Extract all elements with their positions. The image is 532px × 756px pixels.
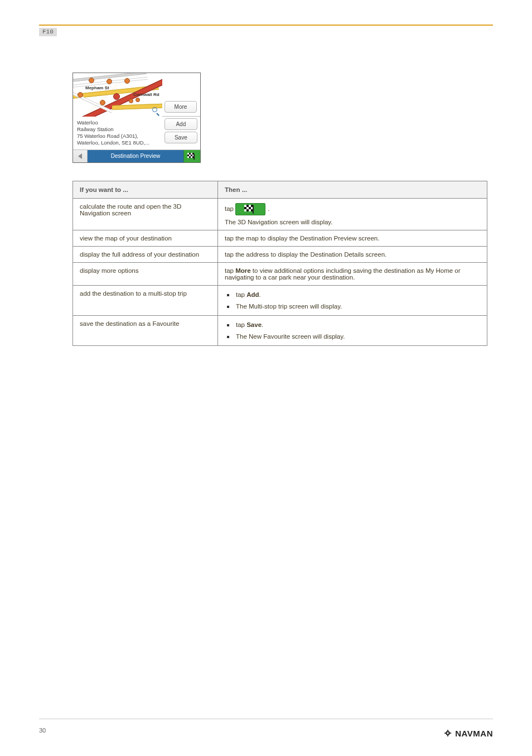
table-row: add the destination to a multi-stop trip…	[73, 285, 487, 315]
options-table: If you want to ... Then ... calculate th…	[72, 181, 487, 346]
svg-rect-22	[244, 207, 246, 209]
row0-then: tap	[218, 198, 487, 230]
svg-rect-23	[249, 207, 251, 209]
list-item: The New Favourite screen will display.	[233, 332, 481, 341]
header-if: If you want to ...	[73, 181, 218, 198]
footer-rule	[39, 719, 493, 719]
table-row: calculate the route and open the 3D Navi…	[73, 198, 487, 230]
svg-rect-20	[246, 205, 249, 207]
header-then: Then ...	[218, 181, 487, 198]
svg-rect-14	[244, 205, 246, 207]
brand: NAVMAN	[443, 728, 493, 738]
list-item: tap Add.	[233, 290, 481, 302]
row4-then: tap Add. The Multi-stop trip screen will…	[218, 285, 487, 315]
back-button[interactable]	[73, 150, 88, 162]
map-street-top: Mepham St	[85, 85, 109, 90]
screenshot-footer: Destination Preview	[73, 150, 200, 162]
go-flag-icon	[187, 153, 197, 160]
svg-rect-15	[249, 205, 251, 207]
svg-rect-11	[189, 156, 191, 158]
info-line-1: Waterloo	[77, 119, 158, 126]
map-panel: Mepham St Cornwall Rd More	[73, 73, 200, 117]
row0-then-prefix: tap	[225, 205, 234, 212]
svg-rect-7	[189, 153, 191, 155]
row1-then: tap the map to display the Destination P…	[218, 230, 487, 246]
table-row: display more options tap More to view ad…	[73, 262, 487, 285]
table-row: view the map of your destination tap the…	[73, 230, 487, 246]
row3-then-strong: More	[235, 267, 250, 274]
top-rule	[39, 25, 493, 26]
more-button[interactable]: More	[165, 101, 197, 113]
list-item: The Multi-stop trip screen will display.	[233, 302, 481, 311]
screenshot-body: Waterloo Railway Station 75 Waterloo Roa…	[73, 117, 200, 150]
go-button[interactable]	[183, 150, 200, 162]
info-line-2: Railway Station	[77, 126, 158, 133]
map-street-right: Cornwall Rd	[133, 92, 159, 97]
row5-then: tap Save. The New Favourite screen will …	[218, 315, 487, 345]
svg-rect-10	[191, 155, 192, 156]
destination-preview-screenshot: Mepham St Cornwall Rd More Waterloo Rail…	[72, 73, 201, 163]
list-item: tap Save.	[233, 320, 481, 332]
content-area: Mepham St Cornwall Rd More Waterloo Rail…	[72, 73, 487, 346]
row3-if: display more options	[73, 262, 218, 285]
table-row: save the destination as a Favourite tap …	[73, 315, 487, 345]
row1-if: view the map of your destination	[73, 230, 218, 246]
row3-then: tap More to view additional options incl…	[218, 262, 487, 285]
svg-rect-3	[189, 155, 191, 156]
brand-logo-icon	[443, 728, 453, 738]
brand-name: NAVMAN	[455, 729, 493, 738]
row4-if: add the destination to a multi-stop trip	[73, 285, 218, 315]
row5-item0-prefix: tap	[236, 321, 246, 328]
svg-rect-18	[244, 209, 246, 211]
footer-title: Destination Preview	[88, 150, 183, 162]
row4-item0-prefix: tap	[236, 291, 246, 298]
svg-rect-1	[187, 153, 189, 155]
destination-info: Waterloo Railway Station 75 Waterloo Roa…	[73, 117, 162, 150]
row5-if: save the destination as a Favourite	[73, 315, 218, 345]
row5-item0-suffix: .	[262, 321, 263, 328]
map-sidebar: More	[161, 73, 200, 117]
info-line-3: 75 Waterloo Road (A301),	[77, 133, 158, 139]
row2-then: tap the address to display the Destinati…	[218, 246, 487, 262]
save-button[interactable]: Save	[165, 132, 197, 143]
svg-rect-16	[246, 207, 249, 209]
svg-rect-5	[187, 156, 189, 158]
svg-rect-6	[191, 156, 192, 158]
svg-rect-13	[194, 154, 195, 160]
table-header-row: If you want to ... Then ...	[73, 181, 487, 198]
row4-item0-suffix: .	[259, 291, 261, 298]
info-line-4: Waterloo, London, SE1 8UD,...	[77, 139, 158, 146]
row4-item0-strong: Add	[246, 291, 259, 298]
page-label: F10	[39, 28, 57, 36]
svg-rect-9	[187, 155, 189, 156]
svg-point-28	[447, 732, 449, 734]
screenshot-side-buttons: Add Save	[162, 117, 200, 150]
magnify-icon	[152, 107, 160, 115]
svg-rect-2	[191, 153, 192, 155]
go-flag-button[interactable]	[235, 203, 265, 215]
add-button[interactable]: Add	[165, 118, 197, 130]
row0-then-suffix: .	[268, 205, 269, 212]
svg-rect-19	[249, 209, 251, 211]
svg-rect-24	[246, 209, 249, 211]
row0-then-note: The 3D Navigation screen will display.	[225, 219, 481, 225]
table-row: display the full address of your destina…	[73, 246, 487, 262]
svg-rect-26	[253, 205, 254, 214]
map-area: Mepham St Cornwall Rd	[73, 73, 162, 117]
row3-then-suffix: to view additional options including sav…	[225, 267, 461, 281]
row3-then-prefix: tap	[225, 267, 235, 274]
row5-item0-strong: Save	[246, 321, 262, 328]
row0-if: calculate the route and open the 3D Navi…	[73, 198, 218, 230]
page-number: 30	[39, 727, 46, 734]
back-arrow-icon	[78, 153, 82, 159]
row2-if: display the full address of your destina…	[73, 246, 218, 262]
